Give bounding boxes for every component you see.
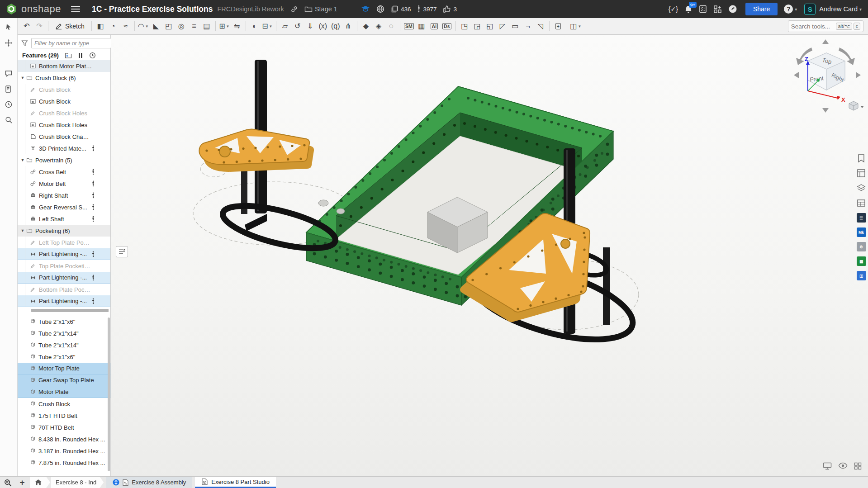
feature-row[interactable]: Part Lightening -...	[18, 272, 110, 284]
main-menu-icon[interactable]	[71, 6, 80, 12]
home-tab[interactable]	[30, 477, 50, 488]
versions-icon[interactable]	[417, 5, 421, 13]
likes-icon[interactable]	[443, 5, 451, 13]
frame-tool[interactable]: ▭	[509, 20, 521, 33]
comments-panel-icon[interactable]	[3, 68, 14, 80]
gusset-tool[interactable]: ◹	[535, 20, 546, 33]
feature-row[interactable]: Bottom Plate Pocketing...	[18, 284, 110, 295]
undo-button[interactable]: ↶	[21, 20, 33, 33]
helix-tool[interactable]: ↺	[292, 20, 304, 33]
rollback-bar[interactable]	[31, 309, 109, 312]
share-button[interactable]: Share	[745, 3, 778, 15]
featurescript-tool[interactable]: ◈	[373, 20, 384, 33]
part-row[interactable]: Tube 2"x1"x14"	[18, 327, 110, 339]
part-row[interactable]: 3.187 in. Rounded Hex ...	[18, 445, 110, 457]
new-folder-icon[interactable]	[65, 52, 72, 59]
tab-exercise-8-assembly[interactable]: Exercise 8 Assembly	[106, 477, 192, 488]
help-caret-icon[interactable]: ▾	[795, 7, 797, 12]
public-globe-icon[interactable]	[376, 5, 384, 13]
primitive-tool[interactable]: ◆	[360, 20, 372, 33]
status-dots-icon[interactable]	[90, 180, 96, 187]
status-dots-icon[interactable]	[90, 192, 96, 199]
part-row[interactable]: Gear Swap Top Plate	[18, 374, 110, 386]
part-row[interactable]: Crush Block	[18, 398, 110, 410]
expand-caret-icon[interactable]: ▼	[19, 228, 26, 233]
keyboard-shortcuts[interactable]: ▦	[416, 20, 427, 33]
view-options-cube-icon[interactable]	[849, 101, 864, 110]
feature-row[interactable]: Motor Belt	[18, 178, 110, 190]
lookup-tool[interactable]: (q)	[330, 20, 342, 33]
onshape-logo[interactable]: onshape	[5, 3, 61, 15]
part-row[interactable]: Motor Plate	[18, 386, 110, 398]
sheets-app-icon[interactable]: ▦	[857, 256, 866, 266]
status-dots-icon[interactable]	[90, 251, 96, 257]
variable-tool[interactable]: (x)	[317, 20, 329, 33]
bom-app-icon[interactable]: ☰	[857, 213, 866, 223]
ai-tool[interactable]: Ai	[428, 20, 440, 33]
tool-search[interactable]: alt/⌥c	[788, 20, 863, 32]
select-tool-icon[interactable]	[3, 21, 14, 33]
expand-caret-icon[interactable]: ▼	[19, 76, 26, 80]
origin-tool[interactable]: +	[552, 20, 564, 33]
copies-icon[interactable]	[391, 5, 398, 13]
feature-row[interactable]: Right Shaft	[18, 190, 110, 201]
feature-folder-row[interactable]: ▼Crush Block (6)	[18, 72, 110, 84]
feature-row[interactable]: Crush Block Holes	[18, 107, 110, 119]
viewcube-arrow-down[interactable]	[822, 108, 829, 113]
help-button[interactable]: ?	[784, 5, 793, 14]
feature-row[interactable]: 3D Printed Mate...	[18, 142, 110, 154]
split-tool[interactable]: ⊟▼	[261, 20, 273, 33]
part-row[interactable]: Motor Top Plate	[18, 363, 110, 374]
viewcube-arrow-right[interactable]	[856, 72, 861, 78]
mirror-tool[interactable]: ⇋	[231, 20, 243, 33]
apps-grid-plus-icon[interactable]	[713, 5, 722, 14]
thread-tool[interactable]: ≡	[188, 20, 200, 33]
move-tool-icon[interactable]	[3, 37, 14, 49]
part-row[interactable]: 175T HTD Belt	[18, 410, 110, 422]
bend-tool[interactable]: ◲	[471, 20, 483, 33]
fillet-tool[interactable]: ◠▼	[138, 20, 149, 33]
status-dots-icon[interactable]	[90, 298, 96, 304]
feature-row[interactable]: Crush Block Chamfer	[18, 131, 110, 142]
workspace-label[interactable]: Stage 1	[315, 5, 337, 13]
history-clock-icon[interactable]	[89, 52, 96, 59]
sheet-metal-toggle[interactable]: SM	[403, 20, 415, 33]
feature-row[interactable]: Top Plate Pocketing Sk...	[18, 260, 110, 272]
ds-tool[interactable]: Ds	[441, 20, 453, 33]
feature-row[interactable]: Gear Reversal S...	[18, 201, 110, 213]
part-row[interactable]: Tube 2"x1"x6"	[18, 351, 110, 363]
boolean-tool[interactable]: ◐	[249, 20, 261, 33]
feature-folder-row[interactable]: ▼Powertrain (5)	[18, 154, 110, 166]
viewcube-arrow-up[interactable]	[822, 39, 829, 44]
sweep-tool[interactable]: ≈	[120, 20, 132, 33]
appearance-panel-icon[interactable]	[856, 183, 866, 193]
mkcad-app-icon[interactable]: Mk	[857, 227, 866, 237]
rib-tool[interactable]: ▤	[201, 20, 213, 33]
expand-caret-icon[interactable]: ▼	[19, 158, 26, 162]
part-row[interactable]: 8.438 in. Rounded Hex ...	[18, 433, 110, 445]
feature-row[interactable]: Part Lightening -...	[18, 248, 110, 260]
caret-down-icon[interactable]: ▼	[269, 24, 273, 28]
status-dots-icon[interactable]	[90, 145, 96, 152]
visibility-icon[interactable]	[838, 462, 848, 470]
feature-row[interactable]: Crush Block Holes	[18, 119, 110, 131]
history-panel-icon[interactable]	[3, 99, 14, 110]
feature-filter-input[interactable]	[31, 38, 111, 48]
feature-row[interactable]: Bottom Motor Plate Ext...	[18, 60, 110, 72]
left-motor-plate[interactable]	[199, 129, 314, 172]
status-dots-icon[interactable]	[90, 169, 96, 175]
feature-list-toggle-button[interactable]	[116, 246, 128, 257]
shell-tool[interactable]: ◰	[163, 20, 175, 33]
present-mode-icon[interactable]	[823, 462, 832, 470]
ai-assistant-icon[interactable]	[728, 5, 737, 14]
part-row[interactable]: 7.875 in. Rounded Hex ...	[18, 457, 110, 469]
feature-row[interactable]: Left Top Plate Pocketing	[18, 237, 110, 248]
notifications-bell-icon[interactable]: 9+	[684, 5, 693, 14]
part-search-tool[interactable]: ◌	[385, 20, 397, 33]
plane-tool[interactable]: ▱	[279, 20, 291, 33]
hole-tool[interactable]: ◎	[175, 20, 187, 33]
caret-down-icon[interactable]: ▼	[578, 24, 581, 28]
part-row[interactable]: Tube 2"x1"x6"	[18, 316, 110, 327]
tasks-checklist-icon[interactable]	[699, 5, 707, 13]
tables-panel-icon[interactable]	[856, 198, 866, 208]
